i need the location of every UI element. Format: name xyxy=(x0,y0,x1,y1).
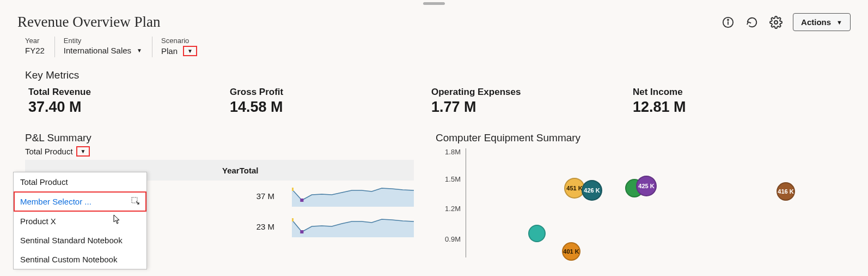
divider xyxy=(54,37,55,57)
metric-label: Operating Expenses xyxy=(431,87,633,98)
gear-icon[interactable] xyxy=(769,15,783,29)
refresh-icon[interactable] xyxy=(745,15,759,29)
sparkline xyxy=(292,185,414,207)
col-header-yeartotal: YearTotal xyxy=(222,166,258,175)
pov-year: Year FY22 xyxy=(25,37,54,55)
dropdown-item-label: Member Selector ... xyxy=(20,197,91,206)
member-selector-icon xyxy=(131,197,140,206)
metric-gross-profit: Gross Profit 14.58 M xyxy=(230,87,431,116)
metric-label: Gross Profit xyxy=(230,87,431,98)
svg-rect-8 xyxy=(132,197,137,203)
dropdown-item-member-selector[interactable]: Member Selector ... xyxy=(14,191,146,212)
pov-entity-label: Entity xyxy=(64,37,142,45)
equipment-title: Computer Equipment Summary xyxy=(436,132,868,144)
pov-bar: Year FY22 Entity International Sales ▼ S… xyxy=(0,33,868,62)
metric-value: 14.58 M xyxy=(230,99,431,116)
info-icon[interactable] xyxy=(721,15,735,29)
metric-label: Net Income xyxy=(633,87,834,98)
chevron-down-icon: ▼ xyxy=(836,19,842,26)
drag-handle[interactable] xyxy=(423,2,445,5)
divider xyxy=(152,37,152,57)
metric-label: Total Revenue xyxy=(28,87,230,98)
page-title: Revenue Overview Plan xyxy=(17,14,160,31)
metric-net-income: Net Income 12.81 M xyxy=(633,87,834,116)
chevron-down-icon[interactable]: ▼ xyxy=(187,48,193,54)
chevron-down-icon[interactable]: ▼ xyxy=(81,148,86,154)
bubble[interactable] xyxy=(528,225,546,242)
pov-scenario-label: Scenario xyxy=(161,37,197,45)
svg-point-2 xyxy=(728,19,729,20)
svg-rect-5 xyxy=(300,199,303,202)
metrics-row: Total Revenue 37.40 M Gross Profit 14.58… xyxy=(0,81,868,116)
highlight-box: ▼ xyxy=(76,146,90,157)
pov-scenario[interactable]: Scenario Plan ▼ xyxy=(161,37,207,56)
svg-rect-7 xyxy=(300,230,303,233)
dropdown-item-sentinal-custom[interactable]: Sentinal Custom Notebook xyxy=(14,250,146,269)
y-tick: 1.5M xyxy=(445,175,461,183)
pnl-selector-value: Total Product xyxy=(25,147,73,156)
pov-year-value: FY22 xyxy=(25,46,45,55)
bubble[interactable]: 426 K xyxy=(582,180,602,201)
y-tick: 1.2M xyxy=(445,205,461,213)
svg-rect-6 xyxy=(292,218,294,221)
metric-total-revenue: Total Revenue 37.40 M xyxy=(28,87,230,116)
highlight-box: ▼ xyxy=(183,46,197,56)
header: Revenue Overview Plan Actions ▼ xyxy=(0,0,868,33)
sparkline xyxy=(292,215,414,237)
dropdown-item-sentinal-standard[interactable]: Sentinal Standard Notebook xyxy=(14,231,146,250)
y-tick: 1.8M xyxy=(445,148,461,156)
bubble[interactable]: 425 K xyxy=(636,176,657,196)
pov-entity-value: International Sales xyxy=(64,46,131,55)
y-tick: 0.9M xyxy=(445,235,461,243)
pnl-product-selector[interactable]: Total Product ▼ xyxy=(25,144,414,157)
dropdown-item-product-x[interactable]: Product X xyxy=(14,212,146,231)
metric-value: 37.40 M xyxy=(28,99,230,116)
pov-entity[interactable]: Entity International Sales ▼ xyxy=(64,37,152,55)
equipment-panel: Computer Equipment Summary 1.8M 1.5M 1.2… xyxy=(436,132,868,257)
header-actions: Actions ▼ xyxy=(721,13,851,31)
chevron-down-icon[interactable]: ▼ xyxy=(137,47,142,53)
actions-label: Actions xyxy=(801,17,831,27)
product-dropdown[interactable]: Total Product Member Selector ... Produc… xyxy=(13,172,147,269)
actions-button[interactable]: Actions ▼ xyxy=(793,13,851,31)
metric-value: 12.81 M xyxy=(633,99,834,116)
metric-operating-expenses: Operating Expenses 1.77 M xyxy=(431,87,633,116)
bubble[interactable]: 416 K xyxy=(777,182,795,201)
bubble-chart: 1.8M 1.5M 1.2M 0.9M 401 K451 K426 K425 K… xyxy=(436,148,811,257)
svg-point-3 xyxy=(774,21,778,24)
key-metrics-title: Key Metrics xyxy=(0,62,868,81)
metric-value: 1.77 M xyxy=(431,99,633,116)
bubble[interactable]: 401 K xyxy=(562,242,580,261)
pov-scenario-value: Plan xyxy=(161,46,178,56)
svg-rect-4 xyxy=(292,188,294,191)
y-axis xyxy=(466,148,466,257)
pov-year-label: Year xyxy=(25,37,45,45)
pnl-title: P&L Summary xyxy=(25,132,414,144)
dropdown-item-total-product[interactable]: Total Product xyxy=(14,172,146,191)
